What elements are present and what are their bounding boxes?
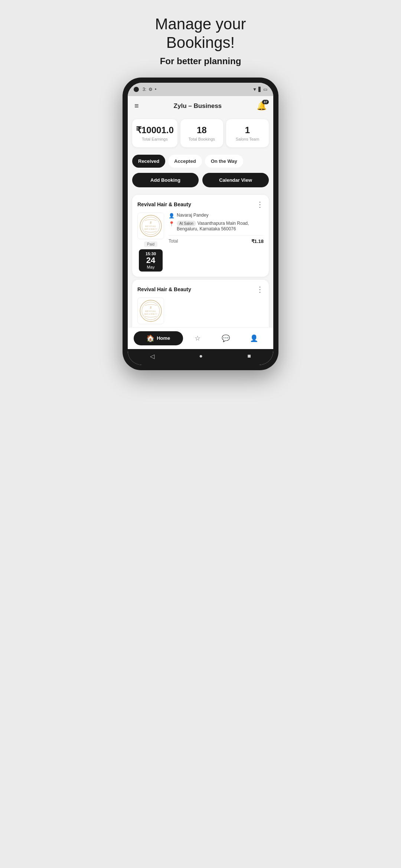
booking-card-2-header: Revival Hair & Beauty ⋮ bbox=[137, 285, 264, 294]
svg-text:REVIVAL: REVIVAL bbox=[145, 310, 156, 312]
phone-home-button[interactable]: ● bbox=[199, 353, 203, 359]
booking-left-1: R REVIVAL HAIR & BEAUTY Paid 15:30 24 M bbox=[137, 213, 164, 272]
paid-badge-1: Paid bbox=[144, 241, 157, 247]
stats-container: ₹10001.0 Total Earnings 18 Total Booking… bbox=[128, 116, 273, 152]
svg-text:R: R bbox=[150, 221, 152, 224]
bottom-nav: 🏠 Home ☆ 💬 👤 bbox=[128, 327, 273, 349]
booking-right-1: 👤 Navaraj Pandey 📍 At SalonVasanthapura … bbox=[169, 213, 264, 272]
salon-name-1: Revival Hair & Beauty bbox=[137, 201, 191, 207]
svg-text:HAIR & BEAUTY: HAIR & BEAUTY bbox=[144, 313, 157, 315]
settings-icon: ⚙ bbox=[149, 87, 153, 92]
more-options-icon-2[interactable]: ⋮ bbox=[256, 285, 264, 294]
tab-accepted[interactable]: Accepted bbox=[168, 155, 202, 168]
tab-received[interactable]: Received bbox=[132, 155, 165, 168]
svg-text:REVIVAL: REVIVAL bbox=[145, 225, 156, 227]
phone-frame: 3: ⚙ • ▼ ▋ ▭ ≡ Zylu – Business 🔔 37 bbox=[123, 78, 278, 370]
bell-badge: 37 bbox=[262, 100, 269, 104]
nav-home[interactable]: 🏠 Home bbox=[134, 331, 183, 345]
location-row-1: 📍 At SalonVasanthapura Main Road, Bengal… bbox=[169, 221, 264, 231]
booking-footer-1: Total ₹1.18 bbox=[169, 235, 264, 244]
total-value-1: ₹1.18 bbox=[251, 239, 264, 244]
date-badge-1: 15:30 24 May bbox=[139, 249, 163, 272]
stat-value-bookings: 18 bbox=[184, 125, 219, 135]
phone-bottom-bar: ◁ ● ■ bbox=[128, 349, 273, 365]
notification-dot: • bbox=[155, 87, 156, 92]
status-bar-right: ▼ ▋ ▭ bbox=[252, 87, 267, 92]
salon-logo-2: R REVIVAL HAIR & BEAUTY bbox=[137, 297, 164, 324]
location-text-1: At SalonVasanthapura Main Road, Bengalur… bbox=[177, 221, 264, 231]
profile-icon: 👤 bbox=[250, 334, 258, 342]
status-bar: 3: ⚙ • ▼ ▋ ▭ bbox=[128, 83, 273, 96]
camera-dot bbox=[134, 87, 139, 92]
menu-icon[interactable]: ≡ bbox=[134, 102, 139, 110]
wifi-icon: ▼ bbox=[252, 87, 257, 92]
app-title: Zylu – Business bbox=[174, 102, 222, 110]
add-booking-button[interactable]: Add Booking bbox=[132, 173, 199, 187]
location-icon-1: 📍 bbox=[169, 221, 175, 227]
booking-card-1-header: Revival Hair & Beauty ⋮ bbox=[137, 200, 264, 209]
bell-container[interactable]: 🔔 37 bbox=[257, 101, 267, 111]
filter-tabs: Received Accepted On the Way bbox=[128, 152, 273, 171]
stat-card-earnings: ₹10001.0 Total Earnings bbox=[132, 119, 177, 147]
booking-body-1: R REVIVAL HAIR & BEAUTY Paid 15:30 24 M bbox=[137, 213, 264, 272]
stat-card-salons: 1 Salons Team bbox=[226, 119, 269, 147]
nav-favorites[interactable]: ☆ bbox=[185, 334, 211, 342]
top-nav: ≡ Zylu – Business 🔔 37 bbox=[128, 96, 273, 116]
stat-label-salons: Salons Team bbox=[230, 137, 265, 141]
total-label-1: Total bbox=[169, 239, 178, 244]
tab-on-the-way[interactable]: On the Way bbox=[205, 155, 243, 168]
stat-value-earnings: ₹10001.0 bbox=[136, 125, 174, 135]
more-options-icon-1[interactable]: ⋮ bbox=[256, 200, 264, 209]
at-salon-badge-1: At Salon bbox=[177, 221, 196, 226]
phone-recents-button[interactable]: ■ bbox=[247, 353, 251, 359]
booking-card-2-partial: Revival Hair & Beauty ⋮ R REVIVAL HAIR &… bbox=[132, 280, 269, 327]
action-buttons: Add Booking Calendar View bbox=[128, 171, 273, 192]
page-header: Manage your Bookings! For better plannin… bbox=[155, 15, 246, 66]
svg-text:R: R bbox=[150, 306, 152, 309]
page-subtitle: For better planning bbox=[155, 56, 246, 66]
app-content: ≡ Zylu – Business 🔔 37 ₹10001.0 Total Ea… bbox=[128, 96, 273, 349]
battery-icon: ▭ bbox=[263, 87, 267, 92]
date-month-1: May bbox=[143, 265, 159, 269]
date-time-1: 15:30 bbox=[143, 251, 159, 256]
customer-name-1: Navaraj Pandey bbox=[177, 213, 208, 218]
stat-value-salons: 1 bbox=[230, 125, 265, 135]
stat-label-bookings: Total Bookings bbox=[184, 137, 219, 141]
svg-text:HAIR & BEAUTY: HAIR & BEAUTY bbox=[144, 228, 157, 230]
status-time: 3: bbox=[143, 87, 146, 92]
phone-screen: 3: ⚙ • ▼ ▋ ▭ ≡ Zylu – Business 🔔 37 bbox=[128, 83, 273, 365]
home-icon: 🏠 bbox=[146, 334, 154, 342]
star-icon: ☆ bbox=[195, 334, 200, 342]
phone-back-button[interactable]: ◁ bbox=[150, 353, 154, 360]
calendar-view-button[interactable]: Calendar View bbox=[202, 173, 269, 187]
whatsapp-icon: 💬 bbox=[222, 334, 230, 342]
stat-card-bookings: 18 Total Bookings bbox=[180, 119, 223, 147]
person-icon-1: 👤 bbox=[169, 213, 175, 218]
status-bar-left: 3: ⚙ • bbox=[134, 87, 156, 92]
stat-label-earnings: Total Earnings bbox=[136, 137, 174, 141]
signal-icon: ▋ bbox=[258, 87, 262, 92]
home-label: Home bbox=[157, 335, 170, 341]
date-day-1: 24 bbox=[143, 256, 159, 265]
booking-card-1: Revival Hair & Beauty ⋮ R REVIVAL HAIR bbox=[132, 195, 269, 277]
nav-profile[interactable]: 👤 bbox=[241, 334, 267, 342]
salon-logo-1: R REVIVAL HAIR & BEAUTY bbox=[137, 213, 164, 239]
customer-row-1: 👤 Navaraj Pandey bbox=[169, 213, 264, 218]
salon-name-2: Revival Hair & Beauty bbox=[137, 286, 191, 292]
page-title-line1: Manage your Bookings! bbox=[155, 15, 246, 52]
nav-whatsapp[interactable]: 💬 bbox=[212, 334, 239, 342]
